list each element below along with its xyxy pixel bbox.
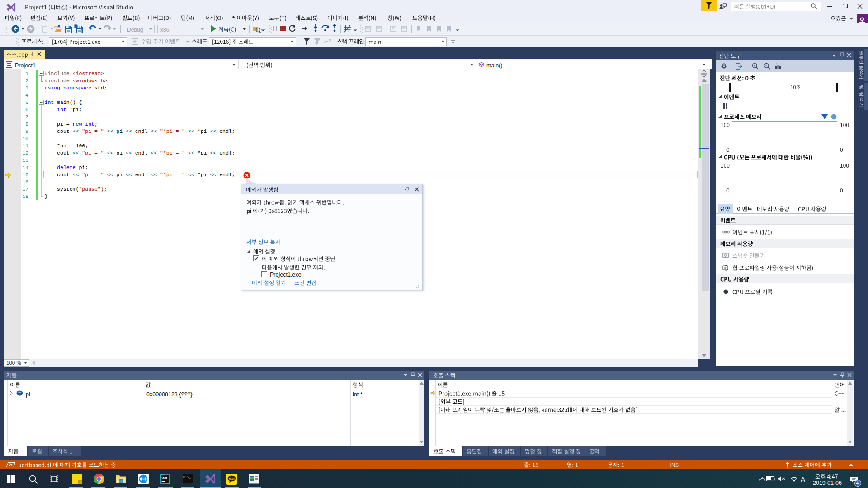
- svg-text:WS: WS: [162, 476, 168, 480]
- svg-text:C:\_: C:\_: [183, 475, 191, 479]
- svg-text:TALK: TALK: [229, 478, 235, 480]
